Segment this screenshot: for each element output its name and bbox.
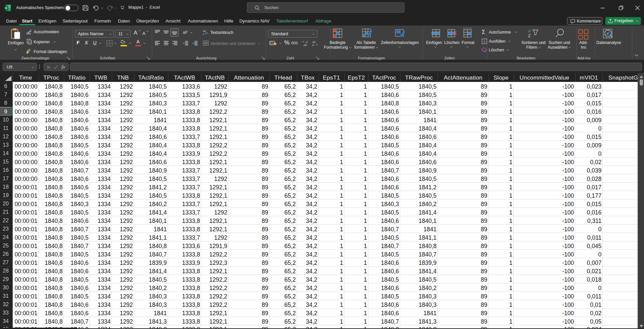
svg-text:Z: Z bbox=[528, 34, 530, 38]
svg-text:A: A bbox=[528, 29, 531, 34]
svg-text:,0: ,0 bbox=[312, 44, 314, 47]
svg-text:,00: ,00 bbox=[303, 44, 307, 47]
svg-text:c: c bbox=[203, 33, 204, 35]
svg-text:X: X bbox=[5, 6, 7, 10]
svg-text:ab: ab bbox=[203, 30, 206, 33]
